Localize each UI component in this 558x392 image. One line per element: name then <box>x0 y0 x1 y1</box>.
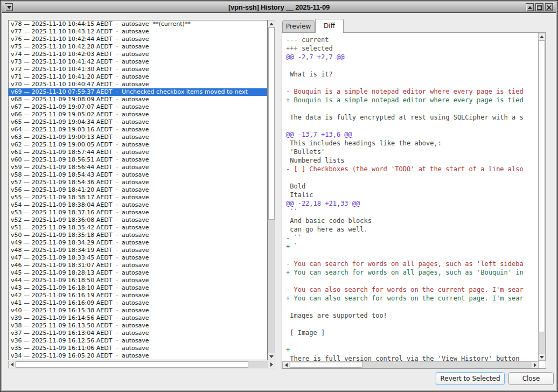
list-item[interactable]: v60 — 2025-11-09 18:56:51 AEDT · autosav… <box>9 156 267 164</box>
list-item[interactable]: v66 — 2025-11-09 19:05:02 AEDT · autosav… <box>9 111 267 118</box>
list-item[interactable]: v73 — 2025-11-10 10:41:42 AEDT · autosav… <box>9 58 267 66</box>
scroll-up-arrow-icon[interactable] <box>268 20 275 27</box>
diff-line-context: The data is fully encrypted at rest usin… <box>286 113 538 122</box>
diff-line-context: Bold <box>286 182 538 191</box>
diff-line-del: - You can search for words on all pages,… <box>286 260 538 268</box>
list-item[interactable]: v69 — 2025-11-10 07:59:37 AEDT · Uncheck… <box>9 88 267 96</box>
list-item[interactable]: v44 — 2025-11-09 16:18:50 AEDT · autosav… <box>9 277 267 284</box>
scroll-down-arrow-icon[interactable] <box>268 353 275 360</box>
list-item[interactable]: v40 — 2025-11-09 16:15:38 AEDT · autosav… <box>9 307 267 314</box>
list-item[interactable]: v50 — 2025-11-09 18:35:18 AEDT · autosav… <box>9 232 267 239</box>
list-item[interactable]: v43 — 2025-11-09 16:18:10 AEDT · autosav… <box>9 284 267 292</box>
history-dialog-window: [vpn-ssh] History __ 2025-11-09 v78 — 20… <box>0 0 558 392</box>
scroll-left-arrow-icon[interactable] <box>9 361 15 368</box>
scroll-left-arrow-icon[interactable] <box>283 362 289 368</box>
diff-line-header: --- current <box>286 36 538 44</box>
version-list-vscrollbar[interactable] <box>268 20 275 360</box>
list-item[interactable]: v61 — 2025-11-09 18:57:44 AEDT · autosav… <box>9 149 267 156</box>
list-item[interactable]: v76 — 2025-11-10 10:42:44 AEDT · autosav… <box>9 36 267 43</box>
list-item[interactable]: v33 — 2025-11-09 16:05:01 AEDT · autosav… <box>9 360 267 360</box>
maximize-button[interactable] <box>535 3 543 11</box>
list-item[interactable]: v39 — 2025-11-09 16:14:56 AEDT · autosav… <box>9 314 267 322</box>
list-item[interactable]: v37 — 2025-11-09 16:13:04 AEDT · autosav… <box>9 330 267 337</box>
list-item[interactable]: v54 — 2025-11-09 18:38:04 AEDT · autosav… <box>9 201 267 209</box>
list-item[interactable]: v36 — 2025-11-09 16:12:56 AEDT · autosav… <box>9 337 267 345</box>
list-item[interactable]: v51 — 2025-11-09 18:35:42 AEDT · autosav… <box>9 224 267 232</box>
scroll-down-arrow-icon[interactable] <box>539 354 545 360</box>
diff-line-context <box>286 61 538 70</box>
revert-to-selected-button[interactable]: Revert to Selected <box>436 372 505 385</box>
list-item[interactable]: v59 — 2025-11-09 18:56:44 AEDT · autosav… <box>9 164 267 171</box>
diff-vscrollbar[interactable] <box>538 33 546 361</box>
close-window-button[interactable] <box>545 3 553 11</box>
titlebar[interactable]: [vpn-ssh] History __ 2025-11-09 <box>2 2 556 13</box>
list-item[interactable]: v75 — 2025-11-10 10:42:28 AEDT · autosav… <box>9 43 267 51</box>
list-item[interactable]: v41 — 2025-11-09 16:16:09 AEDT · autosav… <box>9 299 267 307</box>
window-title: [vpn-ssh] History __ 2025-11-09 <box>2 3 556 11</box>
list-item[interactable]: v58 — 2025-11-09 18:54:43 AEDT · autosav… <box>9 171 267 179</box>
hscrollbar-thumb[interactable] <box>16 361 248 368</box>
close-button[interactable]: Close <box>508 372 554 385</box>
list-item[interactable]: v63 — 2025-11-09 19:00:13 AEDT · autosav… <box>9 134 267 141</box>
list-item[interactable]: v67 — 2025-11-09 19:07:07 AEDT · autosav… <box>9 103 267 111</box>
diff-line-context <box>286 337 538 346</box>
list-item[interactable]: v45 — 2025-11-09 18:28:13 AEDT · autosav… <box>9 269 267 277</box>
scroll-right-arrow-icon[interactable] <box>268 361 275 368</box>
diff-line-context: There is full version control via the 'V… <box>286 354 538 361</box>
vscrollbar-thumb[interactable] <box>539 40 545 332</box>
hscrollbar-thumb[interactable] <box>290 362 362 368</box>
tab-diff[interactable]: Diff <box>315 19 344 33</box>
list-item[interactable]: v42 — 2025-11-09 16:16:19 AEDT · autosav… <box>9 292 267 299</box>
diff-line-context: Images are supported too! <box>286 311 538 320</box>
diff-line-context <box>286 104 538 113</box>
diff-line-context <box>286 277 538 285</box>
diff-line-del: - `` <box>286 234 538 242</box>
list-item[interactable]: v70 — 2025-11-10 10:40:47 AEDT · autosav… <box>9 81 267 88</box>
list-item[interactable]: v62 — 2025-11-09 19:00:05 AEDT · autosav… <box>9 141 267 149</box>
diff-line-add: + You can search for words on all pages,… <box>286 268 538 277</box>
list-item[interactable]: v78 — 2025-11-10 10:44:15 AEDT · autosav… <box>9 20 267 28</box>
list-item[interactable]: v34 — 2025-11-09 16:05:20 AEDT · autosav… <box>9 352 267 360</box>
list-item[interactable]: v35 — 2025-11-09 16:11:06 AEDT · autosav… <box>9 345 267 352</box>
list-item[interactable]: v68 — 2025-11-09 19:08:09 AEDT · autosav… <box>9 96 267 103</box>
list-item[interactable]: v52 — 2025-11-09 18:36:08 AEDT · autosav… <box>9 216 267 224</box>
diff-line-context: Numbered lists <box>286 156 538 165</box>
list-item[interactable]: v49 — 2025-11-09 18:34:29 AEDT · autosav… <box>9 239 267 247</box>
version-list-hscrollbar[interactable] <box>8 361 275 368</box>
list-item[interactable]: v53 — 2025-11-09 18:37:16 AEDT · autosav… <box>9 209 267 216</box>
list-item[interactable]: v55 — 2025-11-09 18:38:17 AEDT · autosav… <box>9 194 267 201</box>
diff-line-add: + Bouquin is a simple notepad editor whe… <box>286 96 538 104</box>
scroll-right-arrow-icon[interactable] <box>532 362 538 368</box>
diff-line-context <box>286 303 538 311</box>
list-item[interactable]: v72 — 2025-11-10 10:41:30 AEDT · autosav… <box>9 66 267 73</box>
diff-line-hunk: @@ -2,7 +2,7 @@ <box>286 53 538 61</box>
list-item[interactable]: v56 — 2025-11-09 18:41:20 AEDT · autosav… <box>9 186 267 194</box>
list-item[interactable]: v38 — 2025-11-09 16:13:50 AEDT · autosav… <box>9 322 267 330</box>
vscrollbar-thumb[interactable] <box>268 27 275 220</box>
diff-line-context <box>286 173 538 182</box>
scroll-up-arrow-icon[interactable] <box>539 33 545 40</box>
list-item[interactable]: v57 — 2025-11-09 18:54:36 AEDT · autosav… <box>9 179 267 186</box>
diff-line-context: [ Image ] <box>286 328 538 337</box>
diff-line-add: + ` <box>286 242 538 251</box>
list-item[interactable]: v48 — 2025-11-09 18:34:19 AEDT · autosav… <box>9 247 267 254</box>
list-item[interactable]: v77 — 2025-11-10 10:43:12 AEDT · autosav… <box>9 28 267 36</box>
list-item[interactable]: v65 — 2025-11-09 19:04:34 AEDT · autosav… <box>9 118 267 126</box>
list-item[interactable]: v74 — 2025-11-10 10:42:03 AEDT · autosav… <box>9 51 267 58</box>
diff-line-context: What is it? <box>286 70 538 79</box>
list-item[interactable]: v47 — 2025-11-09 18:33:45 AEDT · autosav… <box>9 254 267 262</box>
close-icon <box>547 5 552 10</box>
list-item[interactable]: v71 — 2025-11-10 10:41:20 AEDT · autosav… <box>9 73 267 81</box>
diff-line-context: can go here as well. <box>286 225 538 234</box>
version-list[interactable]: v78 — 2025-11-10 10:44:15 AEDT · autosav… <box>8 20 268 360</box>
maximize-icon <box>537 5 542 10</box>
diff-text[interactable]: --- current+++ selected@@ -2,7 +2,7 @@ W… <box>282 33 538 361</box>
diff-line-context: And basic code blocks <box>286 216 538 225</box>
tab-preview[interactable]: Preview <box>282 20 315 33</box>
list-item[interactable]: v64 — 2025-11-09 19:03:16 AEDT · autosav… <box>9 126 267 134</box>
diff-line-context <box>286 320 538 328</box>
list-item[interactable]: v46 — 2025-11-09 18:31:07 AEDT · autosav… <box>9 262 267 269</box>
diff-line-context: Italic <box>286 191 538 199</box>
shade-button[interactable] <box>526 3 534 11</box>
diff-hscrollbar[interactable] <box>282 361 539 368</box>
